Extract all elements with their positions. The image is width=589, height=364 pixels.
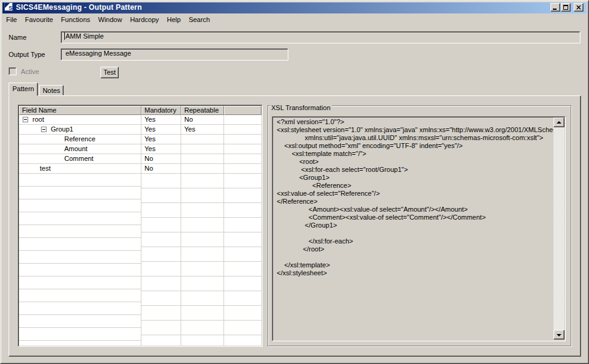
tab-notes[interactable]: Notes: [39, 85, 64, 95]
grid-vline-2: [181, 115, 181, 346]
mandatory-value: No: [144, 164, 153, 173]
column-header-field-name[interactable]: Field Name: [19, 106, 141, 115]
active-checkbox-label: Active: [21, 68, 39, 76]
output-type-label: Output Type: [9, 51, 45, 59]
name-label: Name: [9, 34, 26, 42]
field-name: Comment: [64, 154, 94, 163]
menu-file[interactable]: File: [6, 15, 17, 24]
field-name: root: [32, 115, 44, 124]
field-table: Field Name Mandatory Repeatable rootYesN…: [18, 105, 263, 347]
xsl-text: <?xml version="1.0"?> <xsl:stylesheet ve…: [273, 117, 553, 340]
app-icon[interactable]: S: [4, 2, 13, 11]
menu-window[interactable]: Window: [98, 15, 122, 24]
field-row-test[interactable]: testNo: [19, 164, 261, 174]
text-caret: [64, 32, 65, 40]
menu-hardcopy[interactable]: Hardcopy: [130, 15, 159, 24]
xsl-scrollbar[interactable]: [553, 117, 565, 340]
scroll-down-icon: [557, 334, 561, 336]
field-row-Reference[interactable]: ReferenceYes: [19, 135, 261, 144]
output-type-value: eMessaging Message: [66, 49, 131, 58]
menu-favourite[interactable]: Favourite: [25, 15, 53, 24]
grid-vline-3: [223, 115, 224, 346]
repeatable-value: No: [184, 115, 193, 124]
grid-vline-1: [141, 115, 141, 346]
column-header-mandatory[interactable]: Mandatory: [141, 106, 181, 115]
xsl-transformation-title: XSL Transformation: [270, 104, 332, 112]
mandatory-value: Yes: [144, 144, 156, 154]
title-bar[interactable]: S SICS4EMessaging - Output Pattern ×: [2, 2, 587, 13]
column-header-blank[interactable]: [224, 106, 261, 115]
output-type-input[interactable]: eMessaging Message: [61, 48, 288, 61]
mandatory-value: Yes: [144, 115, 156, 124]
name-input[interactable]: AMM Simple: [61, 31, 580, 43]
repeatable-value: Yes: [184, 125, 195, 134]
mandatory-value: Yes: [144, 135, 156, 144]
field-row-Amount[interactable]: AmountYes: [19, 144, 261, 154]
column-header-repeatable[interactable]: Repeatable: [181, 106, 224, 115]
collapse-icon[interactable]: [41, 127, 47, 132]
menu-help[interactable]: Help: [167, 15, 181, 24]
menu-functions[interactable]: Functions: [61, 15, 91, 24]
close-icon: ×: [574, 4, 583, 11]
field-name: test: [40, 164, 51, 173]
empty-rows-left: [19, 174, 141, 346]
field-name: Group1: [51, 125, 73, 134]
empty-rows-right: [141, 174, 261, 346]
field-row-Group1[interactable]: Group1YesYes: [19, 125, 261, 135]
tab-pattern[interactable]: Pattern: [9, 83, 38, 96]
test-button[interactable]: Test: [100, 67, 119, 78]
name-value: AMM Simple: [66, 32, 103, 41]
active-checkbox[interactable]: [9, 67, 17, 75]
mandatory-value: Yes: [144, 125, 156, 134]
field-row-Comment[interactable]: CommentNo: [19, 154, 261, 164]
scroll-down-button[interactable]: [553, 330, 565, 340]
close-button[interactable]: ×: [574, 3, 583, 12]
mandatory-value: No: [144, 154, 153, 163]
app-window: S SICS4EMessaging - Output Pattern × Fil…: [0, 0, 589, 364]
minimize-icon: [553, 9, 557, 10]
xsl-textarea[interactable]: <?xml version="1.0"?> <xsl:stylesheet ve…: [272, 116, 566, 341]
field-name: Reference: [64, 135, 96, 144]
collapse-icon[interactable]: [23, 117, 28, 122]
scroll-up-icon: [557, 121, 561, 124]
menu-search[interactable]: Search: [189, 15, 210, 24]
field-row-root[interactable]: rootYesNo: [19, 115, 261, 125]
maximize-icon: [563, 5, 568, 10]
minimize-button[interactable]: [550, 3, 560, 12]
menu-bar: FileFavouriteFunctionsWindowHardcopyHelp…: [6, 15, 218, 24]
window-title: SICS4EMessaging - Output Pattern: [16, 2, 142, 13]
maximize-button[interactable]: [561, 3, 571, 12]
scroll-up-button[interactable]: [553, 117, 565, 127]
field-name: Amount: [64, 144, 88, 154]
